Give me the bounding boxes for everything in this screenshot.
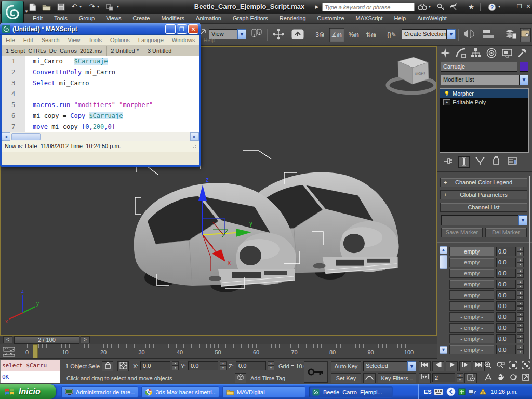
menu-views[interactable]: Views	[100, 14, 127, 24]
link-dropdown-icon[interactable]: ▾	[115, 2, 121, 12]
use-pivot-center-icon[interactable]	[249, 28, 265, 42]
code-line[interactable]: 1mi_Carro = $Carruaje	[2, 56, 199, 67]
frame-spinner-down-icon[interactable]: ▼	[457, 378, 463, 382]
channel-value-field[interactable]: 0.0	[496, 290, 516, 300]
channel-button[interactable]: - empty -	[449, 269, 494, 278]
help-search-input[interactable]	[322, 3, 415, 11]
channel-scrollbar-thumb[interactable]	[440, 255, 447, 269]
start-button[interactable]: Inicio	[0, 384, 56, 399]
spinner-up-icon[interactable]: ▲	[517, 247, 524, 251]
set-key-button[interactable]: Set Key	[331, 373, 361, 383]
channel-value-field[interactable]: 0.0	[496, 301, 516, 311]
undo-dropdown-icon[interactable]: ▾	[78, 2, 83, 12]
maxscript-menu-help[interactable]: Help	[199, 35, 219, 45]
channel-value-field[interactable]: 0.0	[496, 312, 516, 322]
default-in-out-tangents-icon[interactable]	[363, 373, 376, 383]
named-selection-set-dropdown[interactable]: Create Selection Se ▼	[402, 29, 456, 39]
network-status-icon[interactable]	[468, 389, 476, 395]
resize-grip[interactable]	[192, 143, 198, 149]
z-spinner-up-icon[interactable]: ▲	[268, 361, 274, 366]
add-time-tag[interactable]: Add Time Tag	[250, 375, 285, 381]
orbit-icon[interactable]	[507, 373, 519, 384]
minimize-button[interactable]: —	[505, 3, 513, 10]
maximize-viewport-toggle-icon[interactable]	[520, 373, 531, 384]
remove-modifier-icon[interactable]	[490, 156, 502, 168]
spinner-up-icon[interactable]: ▲	[517, 290, 524, 295]
channel-button[interactable]: - empty -	[449, 290, 494, 300]
field-of-view-icon[interactable]	[482, 373, 494, 384]
configure-modifier-sets-icon[interactable]	[507, 156, 518, 168]
y-coordinate-field[interactable]: 0.0	[188, 361, 218, 370]
channel-value-field[interactable]: 0.0	[496, 269, 516, 278]
antivirus-icon[interactable]	[479, 388, 487, 395]
angle-snap-toggle[interactable]: ∡⋒	[329, 28, 344, 42]
maxscript-listener-output[interactable]: OK	[0, 371, 60, 383]
keyboard-shortcut-override-icon[interactable]	[289, 28, 307, 42]
selection-lock-icon[interactable]	[102, 361, 113, 371]
spinner-down-icon[interactable]: ▼	[517, 306, 524, 311]
isolate-selection-icon[interactable]	[235, 373, 246, 383]
scrollbar-thumb[interactable]	[11, 133, 41, 140]
y-spinner-down-icon[interactable]: ▼	[220, 366, 227, 370]
horizontal-scrollbar[interactable]: ◂ ▸	[2, 132, 199, 141]
channel-button[interactable]: - empty -	[449, 323, 494, 332]
menu-graph-editors[interactable]: Graph Editors	[227, 14, 274, 24]
spinner-up-icon[interactable]: ▲	[517, 312, 524, 317]
play-icon[interactable]	[446, 361, 458, 371]
hide-icons-chevron-icon[interactable]	[446, 387, 456, 396]
spinner-down-icon[interactable]: ▼	[517, 251, 524, 256]
maxscript-menu-search[interactable]: Search	[37, 35, 64, 45]
create-tab-icon[interactable]	[439, 47, 451, 59]
modifier-list-dropdown[interactable]: Modifier List ▼	[441, 75, 528, 85]
spinner-down-icon[interactable]: ▼	[517, 339, 524, 343]
named-selection-sets-icon[interactable]: {}✎	[383, 28, 400, 42]
application-button[interactable]: ▼	[1, 1, 24, 23]
scroll-left-icon[interactable]: ◂	[2, 132, 10, 141]
menu-modifiers[interactable]: Modifiers	[155, 14, 190, 24]
channel-button[interactable]: - empty -	[449, 334, 494, 343]
spinner-down-icon[interactable]: ▼	[517, 262, 524, 267]
time-slider-thumb[interactable]: 2 / 100	[14, 336, 79, 344]
spinner-down-icon[interactable]: ▼	[517, 328, 524, 332]
track-bar[interactable]: 0102030405060708090100	[0, 344, 437, 359]
object-name-field[interactable]: Carruaje	[441, 62, 517, 72]
channel-value-field[interactable]: 0.0	[496, 345, 516, 354]
maxscript-menu-tools[interactable]: Tools	[84, 35, 106, 45]
spinner-up-icon[interactable]: ▲	[517, 345, 524, 350]
menu-edit[interactable]: Edit	[27, 14, 48, 24]
previous-frame-icon[interactable]	[432, 361, 444, 371]
lightbulb-icon[interactable]: 💡	[443, 90, 450, 97]
pan-hand-icon[interactable]	[495, 373, 507, 384]
menu-help[interactable]: Help	[389, 14, 412, 24]
code-line[interactable]: 7move mi_copy [0,200,0]	[2, 122, 199, 132]
code-line[interactable]: 6mi_copy = Copy $Carruaje	[2, 111, 199, 122]
maxscript-title-bar[interactable]: (Untitled) * MAXScript – ❐ ✕	[0, 23, 201, 35]
spinner-up-icon[interactable]: ▲	[517, 334, 524, 339]
make-unique-icon[interactable]	[474, 156, 486, 168]
help-dropdown-icon[interactable]: ▾	[497, 2, 502, 12]
spinner-up-icon[interactable]: ▲	[517, 280, 524, 284]
key-mode-toggle-icon[interactable]	[419, 373, 431, 383]
graphite-ribbon-toggle[interactable]	[520, 28, 531, 42]
taskbar-task-3[interactable]: MAVDigital	[222, 386, 305, 398]
menu-tools[interactable]: Tools	[48, 14, 73, 24]
spinner-down-icon[interactable]: ▼	[517, 284, 524, 289]
auto-key-button[interactable]: Auto Key	[331, 361, 361, 371]
layer-manager-icon[interactable]	[503, 28, 518, 42]
maxscript-listener-input[interactable]: select $Carru	[0, 360, 60, 371]
viewcube[interactable]: RIGHT	[388, 57, 435, 93]
zoom-extents-icon[interactable]	[507, 361, 519, 372]
select-link-icon[interactable]	[104, 2, 115, 12]
code-line[interactable]: 4	[2, 89, 199, 100]
code-line[interactable]: 2ConverttoPoly mi_Carro	[2, 67, 199, 78]
spinner-down-icon[interactable]: ▼	[517, 317, 524, 322]
taskbar-task-1[interactable]: Administrador de tare...	[61, 386, 138, 398]
hierarchy-tab-icon[interactable]	[470, 47, 482, 59]
modify-tab-icon[interactable]	[455, 47, 467, 59]
expand-search-icon[interactable]: ▶	[314, 2, 320, 12]
rollout-channel-color-legend[interactable]: + Channel Color Legend	[440, 178, 527, 187]
channel-button[interactable]: - empty -	[449, 280, 494, 289]
channel-value-field[interactable]: 0.0	[496, 334, 516, 343]
code-editor[interactable]: 1mi_Carro = $Carruaje2ConverttoPoly mi_C…	[2, 56, 199, 132]
search-binoculars-icon[interactable]	[417, 2, 428, 12]
